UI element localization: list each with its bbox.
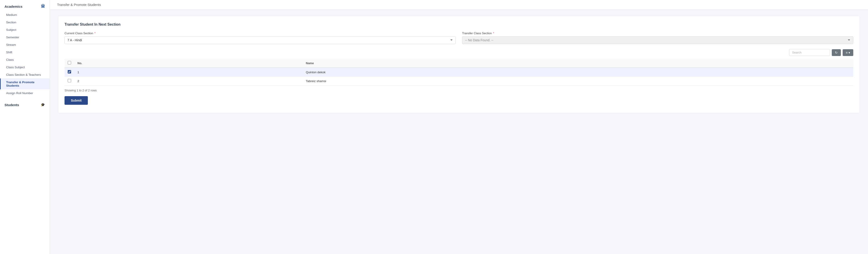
breadcrumb: Transfer & Promote Students bbox=[50, 0, 868, 9]
students-table: No. Name 1 Quinton dekok 2 Tabreiz shams… bbox=[64, 59, 853, 85]
sidebar-item-semester[interactable]: Semester bbox=[0, 34, 50, 41]
select-all-checkbox[interactable] bbox=[68, 61, 71, 64]
table-row: 2 Tabreiz shamsi bbox=[64, 77, 853, 85]
columns-button[interactable]: ≡ ▾ bbox=[843, 49, 853, 56]
row-count: Showing 1 to 2 of 2 rows bbox=[64, 89, 853, 92]
sidebar-students-header: Students 🎓 bbox=[0, 98, 50, 109]
table-toolbar: ↻ ≡ ▾ bbox=[64, 49, 853, 56]
submit-button[interactable]: Submit bbox=[64, 96, 88, 105]
transfer-section-group: Transfer Class Section * -- No Data Foun… bbox=[462, 31, 853, 44]
sidebar-item-class-subject[interactable]: Class Subject bbox=[0, 63, 50, 71]
sidebar-item-subject[interactable]: Subject bbox=[0, 26, 50, 34]
sidebar-item-class[interactable]: Class bbox=[0, 56, 50, 63]
current-section-group: Current Class Section * 7 A - Hindi bbox=[64, 31, 456, 44]
row-name: Quinton dekok bbox=[303, 67, 853, 77]
refresh-button[interactable]: ↻ bbox=[832, 49, 841, 56]
row-checkbox-cell bbox=[64, 77, 74, 85]
table-row: 1 Quinton dekok bbox=[64, 67, 853, 77]
row-checkbox[interactable] bbox=[68, 70, 71, 74]
sidebar-item-shift[interactable]: Shift bbox=[0, 49, 50, 56]
row-checkbox-cell bbox=[64, 67, 74, 77]
search-input[interactable] bbox=[789, 49, 830, 56]
row-name: Tabreiz shamsi bbox=[303, 77, 853, 85]
row-no: 1 bbox=[74, 67, 303, 77]
students-icon: 🎓 bbox=[41, 103, 45, 107]
sidebar-academics-header: Academics 🏛 bbox=[0, 0, 50, 11]
form-row: Current Class Section * 7 A - Hindi Tran… bbox=[64, 31, 853, 44]
transfer-section-label: Transfer Class Section * bbox=[462, 31, 853, 35]
transfer-card: Transfer Student In Next Section Current… bbox=[58, 16, 860, 113]
transfer-section-select[interactable]: -- No Data Found. -- bbox=[462, 36, 853, 44]
required-asterisk: * bbox=[94, 31, 96, 35]
header-name: Name bbox=[303, 59, 853, 67]
content-area: Transfer Student In Next Section Current… bbox=[50, 9, 868, 119]
students-label: Students bbox=[4, 103, 19, 107]
card-title: Transfer Student In Next Section bbox=[64, 23, 853, 27]
sidebar-item-medium[interactable]: Medium bbox=[0, 11, 50, 19]
academics-icon: 🏛 bbox=[41, 4, 45, 9]
header-no: No. bbox=[74, 59, 303, 67]
sidebar-item-stream[interactable]: Stream bbox=[0, 41, 50, 49]
sidebar: Academics 🏛 Medium Section Subject Semes… bbox=[0, 0, 50, 254]
sidebar-item-section[interactable]: Section bbox=[0, 19, 50, 26]
row-checkbox[interactable] bbox=[68, 79, 71, 82]
header-checkbox-cell bbox=[64, 59, 74, 67]
row-no: 2 bbox=[74, 77, 303, 85]
table-header-row: No. Name bbox=[64, 59, 853, 67]
refresh-icon: ↻ bbox=[835, 51, 838, 54]
academics-label: Academics bbox=[4, 4, 23, 8]
current-section-label: Current Class Section * bbox=[64, 31, 456, 35]
sidebar-item-assign-roll[interactable]: Assign Roll Number bbox=[0, 89, 50, 97]
columns-icon: ≡ bbox=[846, 51, 848, 54]
transfer-required-asterisk: * bbox=[493, 31, 494, 35]
main-content: Transfer & Promote Students Transfer Stu… bbox=[50, 0, 868, 254]
sidebar-item-class-section-teachers[interactable]: Class Section & Teachers bbox=[0, 71, 50, 79]
current-section-select[interactable]: 7 A - Hindi bbox=[64, 36, 456, 44]
chevron-down-icon: ▾ bbox=[848, 51, 850, 54]
sidebar-item-transfer-promote[interactable]: Transfer & Promote Students bbox=[0, 79, 50, 89]
